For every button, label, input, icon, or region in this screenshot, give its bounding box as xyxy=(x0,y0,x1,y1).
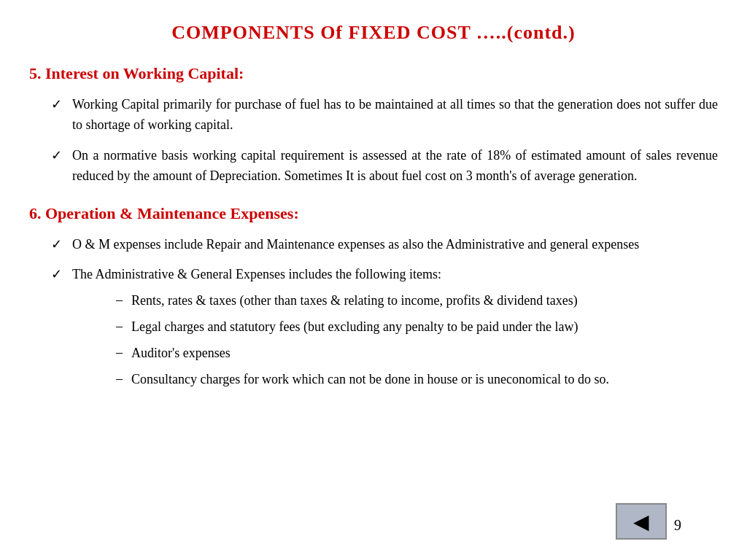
section-6-heading: 6. Operation & Maintenance Expenses: xyxy=(29,204,718,223)
checkmark-icon: ✓ xyxy=(51,147,62,163)
checkmark-icon: ✓ xyxy=(51,266,62,282)
section-6-bullets: ✓ O & M expenses include Repair and Main… xyxy=(29,235,718,396)
bullet-text: Working Capital primarily for purchase o… xyxy=(72,95,718,136)
sub-bullet-text: Auditor's expenses xyxy=(131,343,718,364)
bullet-text: On a normative basis working capital req… xyxy=(72,146,718,187)
list-item: – Legal charges and statutory fees (but … xyxy=(116,317,718,338)
list-item: – Rents, rates & taxes (other than taxes… xyxy=(116,291,718,311)
list-item: – Auditor's expenses xyxy=(116,343,718,364)
bullet-text: The Administrative & General Expenses in… xyxy=(72,267,441,281)
sub-bullet-list: – Rents, rates & taxes (other than taxes… xyxy=(116,291,718,390)
list-item: ✓ Working Capital primarily for purchase… xyxy=(29,95,718,136)
section-6: 6. Operation & Maintenance Expenses: ✓ O… xyxy=(29,204,718,396)
section-5-bullets: ✓ Working Capital primarily for purchase… xyxy=(29,95,718,187)
sub-bullet-text: Rents, rates & taxes (other than taxes &… xyxy=(131,291,718,311)
dash-icon: – xyxy=(116,292,123,308)
section-5-heading: 5. Interest on Working Capital: xyxy=(29,64,718,83)
prev-page-button[interactable]: ◀ xyxy=(616,503,667,540)
sub-bullet-text: Legal charges and statutory fees (but ex… xyxy=(131,317,718,338)
list-item: ✓ On a normative basis working capital r… xyxy=(29,146,718,187)
checkmark-icon: ✓ xyxy=(51,236,62,252)
checkmark-icon: ✓ xyxy=(51,96,62,112)
page-title: COMPONENTS Of FIXED COST …..(contd.) xyxy=(29,22,718,44)
section-5: 5. Interest on Working Capital: ✓ Workin… xyxy=(29,64,718,187)
list-item: – Consultancy charges for work which can… xyxy=(116,370,718,390)
dash-icon: – xyxy=(116,319,123,334)
list-item: ✓ The Administrative & General Expenses … xyxy=(29,265,718,395)
left-arrow-icon: ◀ xyxy=(633,510,649,534)
page-number: 9 xyxy=(674,517,681,534)
dash-icon: – xyxy=(116,345,123,360)
sub-bullet-text: Consultancy charges for work which can n… xyxy=(131,370,718,390)
dash-icon: – xyxy=(116,371,123,386)
list-item: ✓ O & M expenses include Repair and Main… xyxy=(29,235,718,255)
bullet-text: O & M expenses include Repair and Mainte… xyxy=(72,235,718,255)
